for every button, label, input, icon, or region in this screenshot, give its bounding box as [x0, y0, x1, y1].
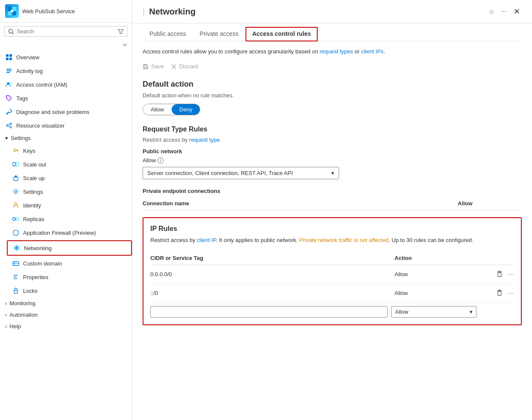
sidebar-item-diagnose[interactable]: Diagnose and solve problems: [0, 105, 132, 119]
tags-label: Tags: [16, 95, 127, 102]
tag-icon: [5, 94, 13, 102]
discard-icon: [171, 64, 177, 70]
default-action-description: Default action when no rule matches.: [143, 92, 522, 99]
tab-public-access[interactable]: Public access: [143, 27, 193, 41]
identity-label: Identity: [23, 202, 127, 209]
row-controls-1: ···: [480, 269, 514, 279]
settings-section-header[interactable]: ▾ Settings: [0, 132, 132, 144]
keys-label: Keys: [23, 148, 127, 154]
request-type-rules-description: Restrict access by request type.: [143, 137, 522, 143]
sidebar-item-networking[interactable]: Networking: [7, 240, 132, 256]
chevron-right-icon: ›: [5, 300, 7, 306]
action-dropdown-value: Allow: [395, 309, 408, 315]
search-box[interactable]: [4, 26, 128, 37]
wrench-icon: [5, 108, 13, 116]
tab-access-control-rules[interactable]: Access control rules: [246, 27, 318, 41]
monitoring-section-header[interactable]: › Monitoring: [0, 298, 132, 309]
tab-private-access[interactable]: Private access: [193, 27, 246, 41]
sidebar-item-properties[interactable]: Properties: [7, 270, 132, 284]
ip-add-row: Allow ▾: [150, 303, 514, 318]
sidebar-item-replicas[interactable]: Replicas: [7, 212, 132, 226]
default-action-title: Default action: [143, 80, 522, 89]
svg-point-20: [10, 126, 12, 128]
pe-table-header: Connection name Allow: [143, 197, 522, 210]
help-label: Help: [9, 323, 21, 330]
more-row-1-button[interactable]: ···: [507, 270, 514, 278]
chevron-right-icon2: ›: [5, 312, 7, 318]
save-label: Save: [151, 63, 164, 70]
close-button[interactable]: ✕: [512, 5, 522, 18]
locks-label: Locks: [23, 288, 127, 294]
table-row: ::/0 Allow ···: [150, 284, 514, 303]
page-description: Access control rules allow you to config…: [143, 48, 522, 55]
page-title: Networking: [149, 7, 196, 17]
pe-col-connection-name: Connection name: [143, 200, 458, 207]
delete-row-1-button[interactable]: [495, 269, 504, 279]
cidr-input[interactable]: [150, 306, 388, 318]
sidebar-item-settings[interactable]: Settings: [7, 185, 132, 198]
cidr-value-1: 0.0.0.0/0: [150, 271, 395, 277]
client-ip-link[interactable]: client IP: [197, 237, 216, 243]
sidebar-item-scale-up[interactable]: Scale up: [7, 171, 132, 185]
client-ips-link[interactable]: client IPs: [361, 48, 384, 55]
replicas-icon: [12, 215, 20, 223]
action-dropdown[interactable]: Allow ▾: [391, 306, 476, 318]
allow-option[interactable]: Allow: [143, 104, 172, 115]
info-icon[interactable]: i: [158, 158, 164, 163]
delete-row-2-button[interactable]: [495, 288, 504, 298]
allow-label: Allow i: [143, 157, 522, 163]
public-network-label: Public network: [143, 148, 522, 155]
scale-up-label: Scale up: [23, 175, 127, 181]
save-button[interactable]: Save: [143, 61, 164, 71]
svg-rect-52: [499, 271, 500, 272]
sidebar-item-scale-out[interactable]: Scale out: [7, 158, 132, 171]
svg-rect-2: [8, 12, 12, 15]
sidebar-item-activity-log[interactable]: Activity log: [0, 64, 132, 78]
overview-label: Overview: [16, 54, 127, 61]
svg-point-5: [9, 29, 13, 33]
diagram-icon: [5, 122, 13, 129]
default-action-toggle: Allow Deny: [143, 104, 200, 115]
deny-option[interactable]: Deny: [172, 104, 200, 115]
activity-log-label: Activity log: [16, 68, 127, 74]
search-input[interactable]: [17, 28, 115, 35]
row-controls-2: ···: [480, 288, 514, 298]
svg-line-22: [8, 126, 10, 127]
sidebar-item-keys[interactable]: Keys: [7, 144, 132, 158]
automation-label: Automation: [9, 312, 38, 318]
sidebar-item-access-control[interactable]: Access control (IAM): [0, 78, 132, 91]
sidebar-item-locks[interactable]: Locks: [7, 284, 132, 298]
request-type-link[interactable]: request type: [189, 137, 220, 143]
sidebar: Web PubSub Service ‹‹ Overview Activity …: [0, 0, 132, 420]
chevron-right-icon3: ›: [5, 323, 7, 330]
discard-button[interactable]: Discard: [171, 61, 198, 71]
diagnose-label: Diagnose and solve problems: [16, 109, 127, 115]
sidebar-item-overview[interactable]: Overview: [0, 50, 132, 64]
svg-rect-55: [499, 290, 500, 291]
svg-rect-13: [6, 70, 12, 71]
sidebar-item-custom-domain[interactable]: Custom domain: [7, 257, 132, 270]
more-row-2-button[interactable]: ···: [507, 289, 514, 297]
properties-label: Properties: [23, 274, 127, 280]
svg-point-19: [10, 123, 12, 125]
more-options-button[interactable]: ···: [500, 6, 509, 17]
svg-point-18: [6, 125, 8, 126]
svg-rect-8: [6, 54, 9, 57]
scaleout-icon: [12, 160, 20, 168]
collapse-btn[interactable]: ‹‹: [121, 40, 129, 49]
svg-point-16: [10, 82, 12, 84]
sidebar-item-tags[interactable]: Tags: [0, 91, 132, 105]
firewall-icon: [12, 229, 20, 236]
request-type-dropdown[interactable]: Server connection, Client connection, RE…: [143, 167, 339, 179]
properties-icon: [12, 273, 20, 281]
settings-subnav: Keys Scale out Scale up Settings: [0, 144, 132, 298]
sidebar-item-identity[interactable]: Identity: [7, 198, 132, 212]
automation-section-header[interactable]: › Automation: [0, 309, 132, 321]
help-section-header[interactable]: › Help: [0, 321, 132, 332]
domain-icon: [12, 260, 20, 267]
sidebar-item-app-firewall[interactable]: Application Firewall (Preview): [7, 226, 132, 239]
request-types-link[interactable]: request types: [320, 48, 353, 55]
save-icon: [143, 64, 149, 70]
sidebar-item-resource-visualizer[interactable]: Resource visualizer: [0, 119, 132, 132]
star-button[interactable]: ☆: [487, 6, 496, 18]
